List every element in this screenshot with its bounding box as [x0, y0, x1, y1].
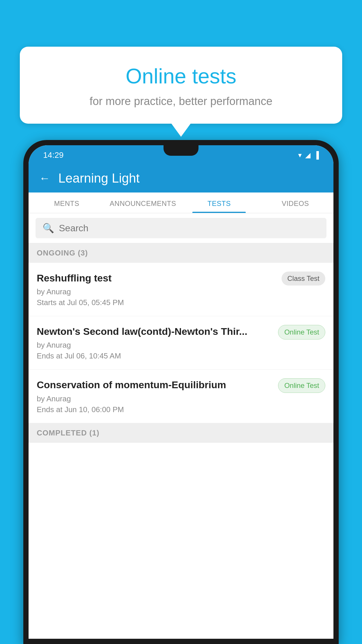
- test-badge: Online Test: [278, 378, 325, 393]
- test-item[interactable]: Conservation of momentum-Equilibrium by …: [29, 370, 333, 423]
- test-name: Newton's Second law(contd)-Newton's Thir…: [37, 325, 272, 338]
- test-badge: Online Test: [278, 325, 325, 340]
- search-box: 🔍: [36, 218, 326, 238]
- search-container: 🔍: [29, 213, 333, 243]
- bubble-subtitle: for more practice, better performance: [34, 95, 328, 108]
- test-item[interactable]: Newton's Second law(contd)-Newton's Thir…: [29, 316, 333, 370]
- ongoing-section-header: ONGOING (3): [29, 243, 333, 263]
- app-bar: ← Learning Light: [29, 164, 333, 192]
- phone-notch: [164, 145, 198, 156]
- test-info: Newton's Second law(contd)-Newton's Thir…: [37, 325, 272, 360]
- phone-screen: 14:29 ▾ ◢ ▐ ← Learning Light MENTS ANNOU…: [29, 145, 333, 639]
- test-name: Conservation of momentum-Equilibrium: [37, 378, 272, 391]
- test-time: Ends at Jul 06, 10:45 AM: [37, 351, 272, 360]
- tab-videos[interactable]: VIDEOS: [257, 192, 334, 213]
- bubble-title: Online tests: [34, 64, 328, 88]
- completed-section-header: COMPLETED (1): [29, 423, 333, 443]
- phone-frame: 14:29 ▾ ◢ ▐ ← Learning Light MENTS ANNOU…: [23, 140, 339, 644]
- tab-announcements[interactable]: ANNOUNCEMENTS: [105, 192, 181, 213]
- test-time: Ends at Jun 10, 06:00 PM: [37, 405, 272, 414]
- status-icons: ▾ ◢ ▐: [298, 151, 319, 159]
- test-by: by Anurag: [37, 287, 276, 296]
- app-title: Learning Light: [58, 171, 140, 186]
- test-by: by Anurag: [37, 341, 272, 350]
- tab-assignments[interactable]: MENTS: [29, 192, 105, 213]
- tests-list: Reshuffling test by Anurag Starts at Jul…: [29, 263, 333, 639]
- test-badge: Class Test: [282, 272, 325, 286]
- search-input[interactable]: [59, 223, 319, 234]
- status-time: 14:29: [43, 150, 64, 160]
- tabs-bar: MENTS ANNOUNCEMENTS TESTS VIDEOS: [29, 192, 333, 213]
- test-by: by Anurag: [37, 394, 272, 403]
- test-info: Reshuffling test by Anurag Starts at Jul…: [37, 272, 276, 307]
- test-info: Conservation of momentum-Equilibrium by …: [37, 378, 272, 414]
- speech-bubble: Online tests for more practice, better p…: [20, 47, 342, 124]
- tab-tests[interactable]: TESTS: [181, 192, 257, 213]
- search-icon: 🔍: [43, 223, 54, 234]
- test-item[interactable]: Reshuffling test by Anurag Starts at Jul…: [29, 263, 333, 316]
- test-name: Reshuffling test: [37, 272, 276, 284]
- signal-icon: ◢: [305, 151, 310, 159]
- battery-icon: ▐: [314, 151, 319, 159]
- wifi-icon: ▾: [298, 151, 302, 159]
- back-button[interactable]: ←: [39, 172, 50, 185]
- test-time: Starts at Jul 05, 05:45 PM: [37, 298, 276, 307]
